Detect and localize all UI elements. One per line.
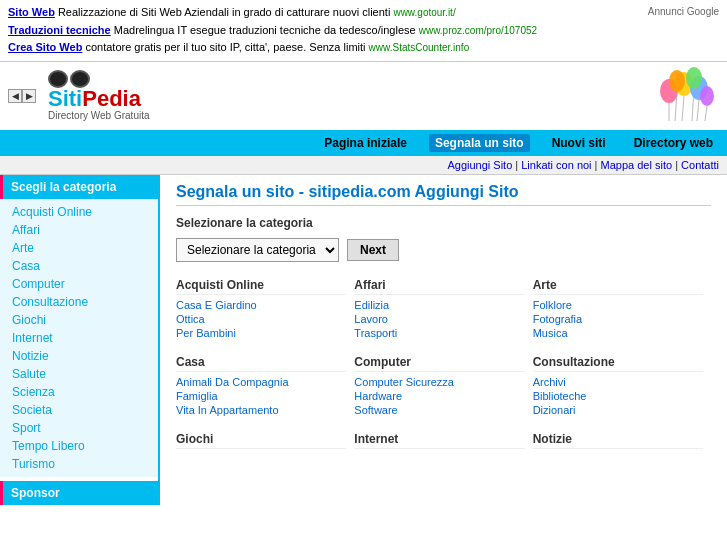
header-balloons: [649, 66, 719, 126]
nav-segnala-un-sito[interactable]: Segnala un sito: [429, 134, 530, 152]
cat-link-ottica[interactable]: Ottica: [176, 313, 346, 325]
ad-link-3[interactable]: Crea Sito Web: [8, 41, 82, 53]
cat-link-per-bambini[interactable]: Per Bambini: [176, 327, 346, 339]
sidebar-item-notizie[interactable]: Notizie: [0, 347, 158, 365]
sidebar-item-acquisti-online[interactable]: Acquisti Online: [0, 203, 158, 221]
sidebar-item-affari[interactable]: Affari: [0, 221, 158, 239]
svg-line-7: [682, 96, 684, 121]
cat-link-lavoro[interactable]: Lavoro: [354, 313, 524, 325]
header: ◀ ▶ SitiPedia Directory Web Gratuita: [0, 62, 727, 130]
nav-pagina-iniziale[interactable]: Pagina iniziale: [318, 134, 413, 152]
back-arrow-button[interactable]: ◀: [8, 89, 22, 103]
cat-link-animali-da-compagnia[interactable]: Animali Da Compagnia: [176, 376, 346, 388]
link-mappa[interactable]: Mappa del sito: [601, 159, 673, 171]
nav-directory-web[interactable]: Directory web: [628, 134, 719, 152]
cat-link-edilizia[interactable]: Edilizia: [354, 299, 524, 311]
link-aggiungi-sito[interactable]: Aggiungi Sito: [447, 159, 512, 171]
svg-line-8: [697, 100, 699, 121]
cat-group-header: Affari: [354, 278, 524, 295]
content-area: Segnala un sito - sitipedia.com Aggiungi…: [160, 175, 727, 505]
svg-point-4: [686, 67, 702, 89]
ad-link-1[interactable]: Sito Web: [8, 6, 55, 18]
category-column-0: Acquisti OnlineCasa E GiardinoOtticaPer …: [176, 278, 354, 465]
category-columns: Acquisti OnlineCasa E GiardinoOtticaPer …: [176, 278, 711, 465]
svg-point-5: [700, 86, 714, 106]
cat-link-musica[interactable]: Musica: [533, 327, 703, 339]
sidebar-item-tempo-libero[interactable]: Tempo Libero: [0, 437, 158, 455]
cat-link-dizionari[interactable]: Dizionari: [533, 404, 703, 416]
cat-link-hardware[interactable]: Hardware: [354, 390, 524, 402]
sidebar-item-giochi[interactable]: Giochi: [0, 311, 158, 329]
link-contatti[interactable]: Contatti: [681, 159, 719, 171]
cat-group-header: Notizie: [533, 432, 703, 449]
next-button[interactable]: Next: [347, 239, 399, 261]
ad-row-3: Crea Sito Web contatore gratis per il tu…: [8, 39, 719, 57]
logo-subtitle: Directory Web Gratuita: [48, 110, 150, 121]
ad-row-2: Traduzioni tecniche Madrelingua IT esegu…: [8, 22, 719, 40]
cat-group-header: Computer: [354, 355, 524, 372]
cat-group-internet: Internet: [354, 432, 524, 449]
cat-link-fotografia[interactable]: Fotografia: [533, 313, 703, 325]
cat-link-famiglia[interactable]: Famiglia: [176, 390, 346, 402]
sidebar-item-societa[interactable]: Societa: [0, 401, 158, 419]
cat-group-header: Consultazione: [533, 355, 703, 372]
category-column-1: AffariEdiliziaLavoroTrasportiComputerCom…: [354, 278, 532, 465]
sidebar-item-computer[interactable]: Computer: [0, 275, 158, 293]
annunci-google: Annunci Google: [648, 4, 719, 20]
logo-area: ◀ ▶ SitiPedia Directory Web Gratuita: [8, 70, 649, 121]
sidebar-item-turismo[interactable]: Turismo: [0, 455, 158, 473]
sidebar-item-consultazione[interactable]: Consultazione: [0, 293, 158, 311]
cat-group-acquisti-online: Acquisti OnlineCasa E GiardinoOtticaPer …: [176, 278, 346, 339]
cat-group-header: Arte: [533, 278, 703, 295]
svg-point-3: [669, 70, 685, 92]
sidebar-item-salute[interactable]: Salute: [0, 365, 158, 383]
nav-nuovi-siti[interactable]: Nuovi siti: [546, 134, 612, 152]
links-bar: Aggiungi Sito | Linkati con noi | Mappa …: [0, 156, 727, 175]
cat-link-vita-in-appartamento[interactable]: Vita In Appartamento: [176, 404, 346, 416]
sidebar-item-internet[interactable]: Internet: [0, 329, 158, 347]
cat-link-computer-sicurezza[interactable]: Computer Sicurezza: [354, 376, 524, 388]
select-category-label: Selezionare la categoria: [176, 216, 711, 230]
logo-pedia: Pedia: [82, 86, 141, 111]
forward-arrow-button[interactable]: ▶: [22, 89, 36, 103]
cat-group-header: Casa: [176, 355, 346, 372]
top-ad-bar: Annunci Google Sito Web Realizzazione di…: [0, 0, 727, 62]
sidebar-categories: Acquisti OnlineAffariArteCasaComputerCon…: [0, 199, 158, 477]
cat-link-casa-e-giardino[interactable]: Casa E Giardino: [176, 299, 346, 311]
cat-link-folklore[interactable]: Folklore: [533, 299, 703, 311]
nav-arrows: ◀ ▶: [8, 89, 36, 103]
logo-siti: Siti: [48, 86, 82, 111]
sidebar: Scegli la categoria Acquisti OnlineAffar…: [0, 175, 160, 505]
ad-row-1: Sito Web Realizzazione di Siti Web Azien…: [8, 4, 719, 22]
nav-bar: Pagina iniziale Segnala un sito Nuovi si…: [0, 130, 727, 156]
sidebar-sponsor: Sponsor: [0, 481, 158, 505]
category-dropdown[interactable]: Selezionare la categoria: [176, 238, 339, 262]
cat-group-casa: CasaAnimali Da CompagniaFamigliaVita In …: [176, 355, 346, 416]
cat-group-header: Acquisti Online: [176, 278, 346, 295]
cat-group-notizie: Notizie: [533, 432, 703, 449]
ad-link-2[interactable]: Traduzioni tecniche: [8, 24, 111, 36]
cat-group-arte: ArteFolkloreFotografiaMusica: [533, 278, 703, 339]
cat-group-header: Giochi: [176, 432, 346, 449]
cat-link-biblioteche[interactable]: Biblioteche: [533, 390, 703, 402]
logo-image: SitiPedia Directory Web Gratuita: [48, 70, 150, 121]
sidebar-item-casa[interactable]: Casa: [0, 257, 158, 275]
main-layout: Scegli la categoria Acquisti OnlineAffar…: [0, 175, 727, 505]
cat-group-header: Internet: [354, 432, 524, 449]
sidebar-item-arte[interactable]: Arte: [0, 239, 158, 257]
svg-line-11: [705, 106, 707, 121]
category-selector: Selezionare la categoria Next: [176, 238, 711, 262]
cat-group-computer: ComputerComputer SicurezzaHardwareSoftwa…: [354, 355, 524, 416]
cat-group-consultazione: ConsultazioneArchiviBibliotecheDizionari: [533, 355, 703, 416]
cat-link-software[interactable]: Software: [354, 404, 524, 416]
cat-group-affari: AffariEdiliziaLavoroTrasporti: [354, 278, 524, 339]
link-linkati[interactable]: Linkati con noi: [521, 159, 591, 171]
cat-link-archivi[interactable]: Archivi: [533, 376, 703, 388]
sidebar-header: Scegli la categoria: [0, 175, 158, 199]
page-title: Segnala un sito - sitipedia.com Aggiungi…: [176, 183, 711, 206]
category-column-2: ArteFolkloreFotografiaMusicaConsultazion…: [533, 278, 711, 465]
sidebar-item-scienza[interactable]: Scienza: [0, 383, 158, 401]
sidebar-item-sport[interactable]: Sport: [0, 419, 158, 437]
cat-link-trasporti[interactable]: Trasporti: [354, 327, 524, 339]
cat-group-giochi: Giochi: [176, 432, 346, 449]
